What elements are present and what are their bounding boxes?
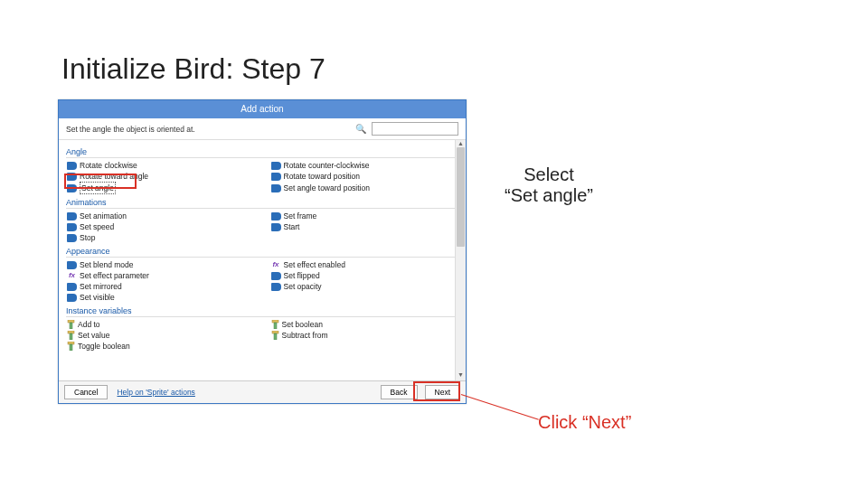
action-list-area: AngleRotate clockwiseRotate counter-cloc… [59, 140, 466, 381]
svg-rect-8 [68, 342, 74, 344]
svg-rect-2 [272, 320, 278, 323]
svg-rect-4 [68, 331, 74, 333]
slide-title: Initialize Bird: Step 7 [61, 52, 326, 86]
sprite-icon [271, 212, 281, 221]
variable-icon [67, 342, 75, 351]
variable-icon [271, 320, 279, 329]
action-label: Rotate counter-clockwise [284, 160, 370, 171]
sprite-icon [67, 212, 77, 221]
action-label: Set flipped [284, 270, 320, 281]
action-item[interactable]: Set boolean [270, 319, 464, 330]
action-item[interactable]: Set flipped [270, 270, 464, 281]
sprite-icon [67, 234, 77, 242]
action-label: Set effect enabled [284, 259, 345, 270]
action-item[interactable]: Subtract from [270, 330, 464, 341]
callout-click-next: Click “Next” [538, 412, 631, 433]
search-input[interactable] [372, 122, 458, 136]
sprite-icon [271, 283, 281, 291]
sprite-icon [67, 184, 77, 192]
scrollbar[interactable]: ▲ ▼ [455, 140, 466, 380]
callout-select-set-angle: Select “Set angle” [490, 164, 608, 206]
action-label: Set visible [80, 292, 115, 303]
help-link[interactable]: Help on 'Sprite' actions [117, 388, 194, 397]
action-label: Set boolean [282, 319, 323, 330]
sprite-icon [271, 223, 281, 231]
dialog-title: Add action [59, 100, 466, 118]
action-item[interactable]: Set animation [66, 211, 259, 221]
action-label: Set opacity [284, 281, 322, 292]
action-label: Set speed [80, 221, 114, 232]
action-item[interactable]: Set visible [66, 292, 259, 303]
action-item[interactable]: Set blend mode [66, 259, 259, 270]
group-items: Add toSet booleanSet valueSubtract fromT… [66, 319, 463, 352]
variable-icon [67, 320, 75, 329]
action-item[interactable]: Set frame [270, 211, 464, 221]
sprite-icon [67, 261, 77, 269]
action-label: Rotate clockwise [80, 160, 137, 171]
action-item[interactable]: Rotate toward angle [66, 171, 259, 182]
action-item[interactable]: fxSet effect enabled [270, 259, 464, 270]
action-item[interactable]: Set value [66, 330, 259, 341]
search-icon[interactable]: 🔍 [355, 124, 366, 134]
action-item[interactable]: Start [270, 221, 464, 232]
action-label: Rotate toward angle [80, 171, 148, 182]
action-label: Set effect parameter [80, 270, 149, 281]
group-header: Angle [66, 147, 463, 158]
action-item[interactable]: Add to [66, 319, 259, 330]
action-label: Add to [78, 319, 100, 330]
group-header: Appearance [66, 247, 463, 258]
sprite-icon [271, 272, 281, 280]
svg-rect-6 [272, 331, 278, 333]
callout-text: Select [490, 164, 608, 185]
sprite-icon [271, 162, 281, 170]
action-item[interactable]: Rotate clockwise [66, 160, 259, 171]
next-button[interactable]: Next [425, 385, 460, 399]
fx-icon: fx [67, 272, 77, 280]
action-item[interactable]: Stop [66, 232, 259, 243]
sprite-icon [67, 223, 77, 231]
action-item[interactable]: Set opacity [270, 281, 464, 292]
sprite-icon [67, 294, 77, 302]
add-action-dialog: Add action Set the angle the object is o… [58, 99, 467, 404]
action-label: Set frame [284, 211, 317, 221]
description-row: Set the angle the object is oriented at.… [59, 118, 466, 140]
variable-icon [271, 331, 279, 340]
action-item[interactable]: Toggle boolean [66, 341, 259, 352]
action-description: Set the angle the object is oriented at. [66, 125, 350, 134]
scroll-down-arrow-icon[interactable]: ▼ [456, 371, 466, 380]
action-item[interactable]: Set angle [66, 182, 259, 194]
action-label: Set animation [80, 211, 127, 221]
action-item[interactable]: Set angle toward position [270, 182, 464, 194]
sprite-icon [67, 162, 77, 170]
action-label: Set blend mode [80, 259, 134, 270]
action-label: Start [284, 221, 300, 232]
cancel-button[interactable]: Cancel [64, 385, 108, 399]
action-item[interactable]: Rotate toward position [270, 171, 464, 182]
action-label: Set mirrored [80, 281, 122, 292]
sprite-icon [67, 283, 77, 291]
dialog-footer: Cancel Help on 'Sprite' actions Back Nex… [59, 380, 466, 403]
fx-icon: fx [271, 261, 281, 269]
action-item[interactable]: fxSet effect parameter [66, 270, 259, 281]
action-label: Set value [78, 330, 109, 341]
action-label: Subtract from [282, 330, 328, 341]
sprite-icon [67, 173, 77, 181]
svg-rect-5 [70, 333, 72, 340]
action-label: Stop [80, 232, 96, 243]
scroll-thumb[interactable] [457, 147, 465, 247]
group-items: Set blend modefxSet effect enabledfxSet … [66, 259, 463, 303]
group-header: Animations [66, 198, 463, 209]
action-list: AngleRotate clockwiseRotate counter-cloc… [59, 140, 466, 381]
action-item[interactable]: Set speed [66, 221, 259, 232]
action-item[interactable]: Set mirrored [66, 281, 259, 292]
variable-icon [67, 331, 75, 340]
action-item[interactable]: Rotate counter-clockwise [270, 160, 464, 171]
back-button[interactable]: Back [381, 385, 418, 399]
sprite-icon [271, 184, 281, 192]
action-label: Rotate toward position [284, 171, 361, 182]
action-label: Set angle toward position [284, 183, 370, 193]
action-label: Set angle [80, 182, 116, 194]
svg-rect-9 [70, 344, 72, 351]
svg-rect-0 [68, 320, 74, 323]
sprite-icon [271, 173, 281, 181]
